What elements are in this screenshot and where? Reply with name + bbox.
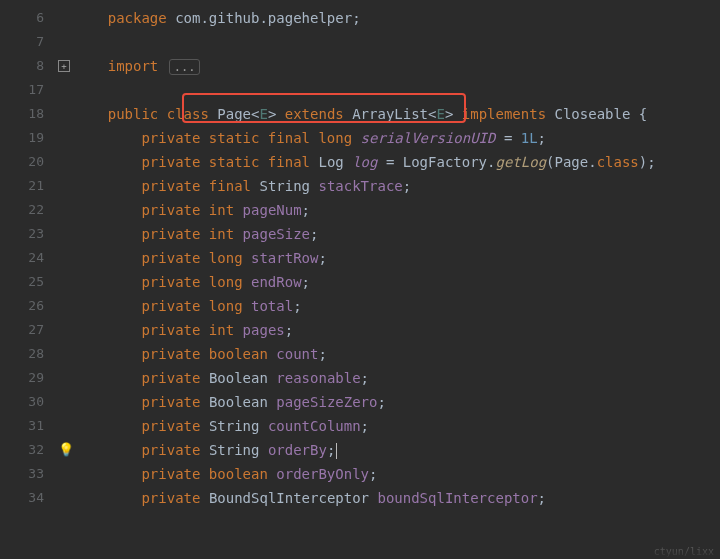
code-text[interactable]: private Boolean reasonable;	[74, 366, 720, 390]
line-number: 22	[0, 198, 58, 222]
code-line[interactable]: 17	[0, 78, 720, 102]
folded-region[interactable]: ...	[169, 59, 201, 75]
code-line[interactable]: 27 private int pages;	[0, 318, 720, 342]
code-text[interactable]: private long total;	[74, 294, 720, 318]
line-number: 32	[0, 438, 58, 462]
code-text[interactable]: private int pages;	[74, 318, 720, 342]
line-number: 31	[0, 414, 58, 438]
line-number: 8	[0, 54, 58, 78]
code-line[interactable]: 6 package com.github.pagehelper;	[0, 6, 720, 30]
code-text[interactable]: private boolean count;	[74, 342, 720, 366]
code-line[interactable]: 18 public class Page<E> extends ArrayLis…	[0, 102, 720, 126]
line-number: 24	[0, 246, 58, 270]
line-number: 29	[0, 366, 58, 390]
code-line[interactable]: 24 private long startRow;	[0, 246, 720, 270]
line-number: 23	[0, 222, 58, 246]
code-text[interactable]: private long endRow;	[74, 270, 720, 294]
line-number: 25	[0, 270, 58, 294]
code-editor[interactable]: 6 package com.github.pagehelper;78+ impo…	[0, 0, 720, 510]
line-number: 19	[0, 126, 58, 150]
line-number: 17	[0, 78, 58, 102]
code-line[interactable]: 25 private long endRow;	[0, 270, 720, 294]
code-text[interactable]: private BoundSqlInterceptor boundSqlInte…	[74, 486, 720, 510]
code-text[interactable]: private static final Log log = LogFactor…	[74, 150, 720, 174]
code-text[interactable]: private long startRow;	[74, 246, 720, 270]
line-number: 7	[0, 30, 58, 54]
code-line[interactable]: 21 private final String stackTrace;	[0, 174, 720, 198]
text-caret	[336, 443, 337, 459]
code-line[interactable]: 28 private boolean count;	[0, 342, 720, 366]
code-text[interactable]: import ...	[74, 54, 720, 78]
code-line[interactable]: 34 private BoundSqlInterceptor boundSqlI…	[0, 486, 720, 510]
code-text[interactable]: private boolean orderByOnly;	[74, 462, 720, 486]
code-text[interactable]: public class Page<E> extends ArrayList<E…	[74, 102, 720, 126]
line-number: 26	[0, 294, 58, 318]
code-text[interactable]: private int pageSize;	[74, 222, 720, 246]
line-number: 6	[0, 6, 58, 30]
line-number: 28	[0, 342, 58, 366]
code-line[interactable]: 19 private static final long serialVersi…	[0, 126, 720, 150]
line-number: 30	[0, 390, 58, 414]
code-line[interactable]: 31 private String countColumn;	[0, 414, 720, 438]
code-line[interactable]: 23 private int pageSize;	[0, 222, 720, 246]
code-line[interactable]: 33 private boolean orderByOnly;	[0, 462, 720, 486]
code-line[interactable]: 29 private Boolean reasonable;	[0, 366, 720, 390]
code-line[interactable]: 30 private Boolean pageSizeZero;	[0, 390, 720, 414]
fold-expand-icon[interactable]: +	[58, 60, 70, 72]
line-number: 33	[0, 462, 58, 486]
line-number: 18	[0, 102, 58, 126]
code-line[interactable]: 8+ import ...	[0, 54, 720, 78]
code-text[interactable]: private static final long serialVersionU…	[74, 126, 720, 150]
code-line[interactable]: 7	[0, 30, 720, 54]
code-text[interactable]: private String countColumn;	[74, 414, 720, 438]
line-number: 21	[0, 174, 58, 198]
code-text[interactable]: private String orderBy;	[74, 438, 720, 462]
code-text[interactable]: private Boolean pageSizeZero;	[74, 390, 720, 414]
line-number: 27	[0, 318, 58, 342]
line-number: 34	[0, 486, 58, 510]
code-line[interactable]: 22 private int pageNum;	[0, 198, 720, 222]
code-text[interactable]: package com.github.pagehelper;	[74, 6, 720, 30]
bottom-fade	[0, 549, 720, 559]
intention-bulb-icon[interactable]: 💡	[58, 438, 74, 462]
code-line[interactable]: 26 private long total;	[0, 294, 720, 318]
code-text[interactable]: private final String stackTrace;	[74, 174, 720, 198]
code-line[interactable]: 32💡 private String orderBy;	[0, 438, 720, 462]
line-number: 20	[0, 150, 58, 174]
code-text[interactable]: private int pageNum;	[74, 198, 720, 222]
code-line[interactable]: 20 private static final Log log = LogFac…	[0, 150, 720, 174]
